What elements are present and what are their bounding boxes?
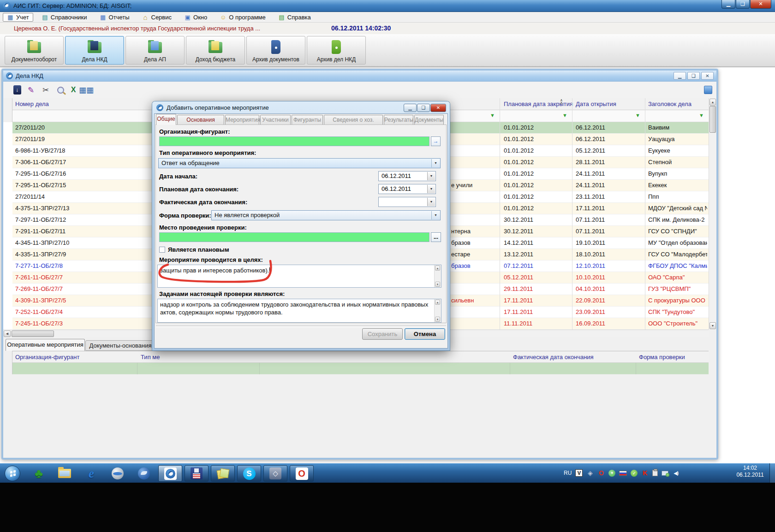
- scroll-up-icon[interactable]: ▲: [435, 300, 440, 305]
- save-button[interactable]: Сохранить: [362, 328, 403, 340]
- menu-item-spravochniki[interactable]: Справочники: [37, 13, 91, 22]
- menu-item-spravka[interactable]: Справка: [274, 13, 315, 22]
- chevron-down-icon[interactable]: ▼: [427, 172, 435, 180]
- tray-network-icon[interactable]: [662, 471, 668, 476]
- form-combobox[interactable]: Не является проверкой▼: [211, 210, 441, 220]
- column-header-open-date[interactable]: Дата открытия: [576, 100, 616, 107]
- taskbar-internet-explorer[interactable]: [79, 465, 103, 482]
- child-close-button[interactable]: ✕: [701, 72, 714, 80]
- column-header-fact-end[interactable]: Фактическая дата окончания: [513, 354, 594, 361]
- tray-russian-flag-icon[interactable]: [619, 471, 627, 476]
- type-combobox[interactable]: Ответ на обращение▼: [158, 158, 441, 168]
- filter-arrow-icon[interactable]: ▼: [699, 112, 704, 118]
- tray-virtualbox-icon[interactable]: [586, 469, 594, 477]
- textarea-scrollbar[interactable]: ▲▼: [434, 299, 441, 322]
- org-lookup-button[interactable]: →: [431, 136, 441, 146]
- tray-antivirus-check-icon[interactable]: [631, 470, 638, 477]
- tab-operativnye-meropriyatiya[interactable]: Оперативные мероприятия: [6, 339, 85, 351]
- vertical-scroll-thumb[interactable]: [709, 106, 716, 133]
- menu-item-servis[interactable]: Сервис: [138, 13, 176, 22]
- tray-kaspersky-icon[interactable]: [641, 469, 649, 477]
- chevron-down-icon[interactable]: ▼: [431, 159, 440, 167]
- horizontal-scroll-thumb[interactable]: [12, 331, 54, 337]
- taskbar-save-app[interactable]: [185, 465, 209, 482]
- dialog-tab-osnovaniya[interactable]: Основания проверки: [177, 115, 224, 124]
- chevron-down-icon[interactable]: ▼: [427, 198, 435, 206]
- launcher-dela-nkd[interactable]: Дела НКД: [65, 36, 124, 65]
- place-input[interactable]: [159, 232, 429, 242]
- goal-textarea[interactable]: защиты прав и интересов работников). ▲▼: [157, 265, 441, 288]
- column-header-case-title[interactable]: Заголовок дела: [648, 100, 692, 107]
- chevron-down-icon[interactable]: ▼: [427, 185, 435, 193]
- scroll-down-icon[interactable]: ▼: [709, 322, 716, 329]
- tasks-textarea[interactable]: надзор и контроль за соблюдением трудово…: [157, 299, 441, 323]
- filter-arrow-icon[interactable]: ▼: [635, 112, 640, 118]
- launcher-dokumentooborot[interactable]: Документооборот: [5, 36, 64, 65]
- bottom-table-empty-row[interactable]: [12, 363, 709, 374]
- tray-update-icon[interactable]: [608, 470, 615, 477]
- search-button[interactable]: [55, 84, 66, 95]
- textarea-scrollbar[interactable]: ▲▼: [434, 265, 441, 287]
- place-more-button[interactable]: ...: [431, 232, 441, 242]
- import-button[interactable]: ↓: [12, 84, 23, 95]
- vertical-scrollbar[interactable]: ▲ ▼: [709, 98, 716, 330]
- dialog-tab-obshchie[interactable]: Общие: [156, 114, 176, 125]
- taskbar-ais-git-active[interactable]: [158, 465, 182, 482]
- dialog-maximize-button[interactable]: ❑: [417, 104, 430, 112]
- chevron-down-icon[interactable]: ▼: [431, 211, 440, 219]
- tray-clipboard-icon[interactable]: [652, 470, 658, 476]
- dialog-tab-dokumenty[interactable]: Документы: [414, 115, 444, 124]
- maximize-button[interactable]: ❑: [736, 0, 750, 9]
- menu-item-otchety[interactable]: Отчеты: [95, 13, 134, 22]
- delete-cut-button[interactable]: [40, 84, 51, 95]
- planned-checkbox[interactable]: [159, 247, 165, 253]
- column-header-type[interactable]: Тип ме: [141, 354, 160, 361]
- excel-export-button[interactable]: [68, 84, 79, 95]
- launcher-dohod-byudzheta[interactable]: Доход бюджета: [186, 36, 245, 65]
- scroll-left-icon[interactable]: ◀: [4, 331, 11, 337]
- dialog-close-button[interactable]: ✕: [430, 104, 446, 112]
- launcher-dela-ap[interactable]: Дела АП: [125, 36, 185, 65]
- edit-button[interactable]: [25, 84, 36, 95]
- launcher-arhiv-dokumentov[interactable]: Архив документов: [246, 36, 305, 65]
- taskbar-tree-app[interactable]: [27, 465, 51, 482]
- scroll-up-icon[interactable]: ▲: [709, 99, 716, 106]
- column-header-case-number[interactable]: Номер дела: [15, 100, 49, 107]
- calculator-button[interactable]: ▦: [81, 84, 92, 95]
- org-input[interactable]: [159, 136, 429, 146]
- language-indicator[interactable]: RU: [564, 470, 572, 476]
- dialog-tab-meropriyatiya[interactable]: Мероприятия: [225, 115, 259, 124]
- tray-v-app-icon[interactable]: [575, 469, 583, 477]
- taskbar-browser-orb[interactable]: [106, 465, 130, 482]
- menu-item-uchet[interactable]: Учет: [3, 13, 33, 22]
- scroll-up-icon[interactable]: ▲: [435, 266, 440, 271]
- cancel-button[interactable]: Отмена: [405, 328, 445, 340]
- taskbar-opera[interactable]: [290, 465, 314, 482]
- minimize-button[interactable]: ▁: [721, 0, 735, 9]
- panel-toggle-button[interactable]: [703, 84, 714, 95]
- menu-item-okno[interactable]: Окно: [180, 13, 211, 22]
- dialog-tab-rezultaty[interactable]: Результаты: [384, 115, 413, 124]
- tab-dokumenty-osnovaniya[interactable]: Документы-основания дел: [85, 340, 155, 351]
- column-header-org[interactable]: Организация-фигурант: [15, 354, 79, 361]
- start-button[interactable]: [5, 466, 20, 481]
- taskbar-clock[interactable]: 14:02 06.12.2011: [731, 465, 769, 479]
- dialog-tab-svedeniya[interactable]: Сведения о хоз. субъекте: [324, 115, 383, 124]
- taskbar-file-manager[interactable]: [53, 465, 77, 482]
- scroll-down-icon[interactable]: ▼: [435, 282, 440, 287]
- taskbar-skype[interactable]: [237, 465, 261, 482]
- plan-end-input[interactable]: 06.12.2011▼: [378, 184, 436, 194]
- scroll-down-icon[interactable]: ▼: [435, 317, 440, 322]
- tray-volume-icon[interactable]: [672, 469, 680, 477]
- tray-opera-icon[interactable]: [597, 469, 605, 477]
- column-header-form[interactable]: Форма проверки: [639, 354, 685, 361]
- launcher-arhiv-del-nkd[interactable]: Архив дел НКД: [307, 36, 366, 65]
- filter-arrow-icon[interactable]: ▼: [562, 112, 567, 118]
- taskbar-thunderbird[interactable]: [132, 465, 156, 482]
- start-date-input[interactable]: 06.12.2011▼: [378, 171, 436, 181]
- dialog-tab-figuranty[interactable]: Фигуранты: [292, 115, 323, 124]
- close-button[interactable]: ✕: [750, 0, 771, 9]
- filter-arrow-icon[interactable]: ▼: [490, 112, 495, 118]
- child-minimize-button[interactable]: ▁: [674, 72, 686, 80]
- dialog-tab-uchastniki[interactable]: Участники: [260, 115, 291, 124]
